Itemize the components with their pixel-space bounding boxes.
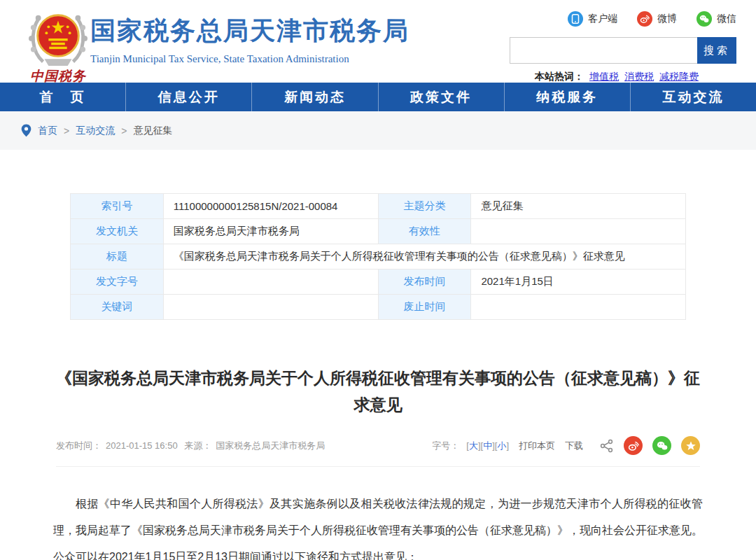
search-input[interactable]	[510, 37, 697, 64]
meta-value-keywords	[163, 295, 378, 320]
breadcrumb-interaction[interactable]: 互动交流	[76, 125, 115, 137]
site-title: 国家税务总局天津市税务局	[90, 14, 410, 48]
meta-label-title: 标题	[71, 244, 164, 270]
meta-value-validity	[471, 219, 686, 244]
nav-item-home[interactable]: 首 页	[0, 83, 125, 111]
nav-item-interaction[interactable]: 互动交流	[630, 83, 756, 111]
main-nav: 首 页 信息公开 新闻动态 政策文件 纳税服务 互动交流	[0, 83, 756, 111]
font-size-small-label: 小	[497, 440, 506, 451]
mobile-client-icon	[568, 11, 583, 27]
meta-value-issuer: 国家税务总局天津市税务局	[163, 219, 378, 244]
hot-words: 本站热词：增值税消费税减税降费	[510, 71, 736, 83]
table-row: 关键词 废止时间	[71, 295, 686, 320]
article-body: 根据《中华人民共和国个人所得税法》及其实施条例以及相关税收法律法规的规定，为进一…	[53, 491, 703, 560]
wechat-share-icon[interactable]	[652, 436, 671, 455]
article-meta-row: 发布时间：2021-01-15 16:50 来源：国家税务总局天津市税务局 字号…	[56, 436, 700, 467]
meta-label-topic: 主题分类	[378, 194, 471, 219]
nav-item-policy-documents[interactable]: 政策文件	[378, 83, 504, 111]
source-value: 国家税务总局天津市税务局	[216, 440, 325, 451]
meta-label-doc-number: 发文字号	[71, 270, 164, 295]
meta-label-validity: 有效性	[378, 219, 471, 244]
meta-label-repeal-date: 废止时间	[378, 295, 471, 320]
source-label: 来源：	[184, 440, 211, 451]
document-meta-table: 索引号 11100000000125815N/2021-00084 主题分类 意…	[70, 193, 686, 320]
font-size-large-button[interactable]: [大]	[466, 440, 480, 452]
publish-info: 发布时间：2021-01-15 16:50 来源：国家税务总局天津市税务局	[56, 440, 329, 452]
meta-value-repeal-date	[471, 295, 686, 320]
meta-value-topic: 意见征集	[471, 194, 686, 219]
location-pin-icon	[21, 124, 31, 137]
font-size-medium-button[interactable]: [中]	[481, 440, 495, 452]
breadcrumb-home[interactable]: 首页	[38, 125, 57, 137]
nav-item-tax-services[interactable]: 纳税服务	[504, 83, 630, 111]
wechat-icon	[696, 11, 712, 27]
main-content: 索引号 11100000000125815N/2021-00084 主题分类 意…	[0, 150, 756, 560]
hot-word-link[interactable]: 增值税	[589, 71, 619, 82]
site-logo[interactable]: 中国税务 国家税务总局天津市税务局 Tianjin Municipal Tax …	[23, 7, 410, 85]
meta-value-index: 11100000000125815N/2021-00084	[163, 194, 378, 219]
meta-value-doc-number	[163, 270, 378, 295]
font-size-medium-label: 中	[483, 440, 492, 451]
client-app-link[interactable]: 客户端	[568, 11, 617, 27]
meta-value-title: 《国家税务总局天津市税务局关于个人所得税征收管理有关事项的公告（征求意见稿）》征…	[163, 244, 685, 270]
weibo-share-icon[interactable]	[624, 436, 643, 455]
search-button[interactable]: 搜索	[697, 37, 736, 64]
table-row: 标题 《国家税务总局天津市税务局关于个人所得税征收管理有关事项的公告（征求意见稿…	[71, 244, 686, 270]
publish-time: 2021-01-15 16:50	[106, 440, 178, 451]
meta-label-issuer: 发文机关	[71, 219, 164, 244]
hot-word-link[interactable]: 减税降费	[659, 71, 699, 82]
wechat-link[interactable]: 微信	[696, 11, 736, 27]
download-button[interactable]: 下载	[565, 440, 583, 452]
breadcrumb: 首页 > 互动交流 > 意见征集	[0, 111, 756, 150]
nav-item-news[interactable]: 新闻动态	[251, 83, 377, 111]
weibo-label: 微博	[657, 13, 677, 25]
breadcrumb-separator: >	[64, 125, 69, 136]
article-title: 《国家税务总局天津市税务局关于个人所得税征收管理有关事项的公告（征求意见稿）》征…	[52, 365, 704, 418]
weibo-icon	[637, 11, 652, 27]
weibo-link[interactable]: 微博	[637, 11, 677, 27]
hot-words-label: 本站热词：	[535, 71, 584, 82]
meta-label-publish-date: 发布时间	[378, 270, 471, 295]
qzone-share-icon[interactable]	[681, 436, 700, 455]
font-size-large-label: 大	[469, 440, 478, 451]
logo-caption: 中国税务	[23, 67, 93, 85]
font-size-small-button[interactable]: [小]	[495, 440, 509, 452]
quick-links: 客户端 微博 微信	[510, 11, 736, 27]
breadcrumb-current: 意见征集	[133, 125, 172, 137]
table-row: 发文机关 国家税务总局天津市税务局 有效性	[71, 219, 686, 244]
print-page-button[interactable]: 打印本页	[519, 440, 555, 452]
breadcrumb-separator: >	[121, 125, 127, 136]
nav-item-info-disclosure[interactable]: 信息公开	[125, 83, 251, 111]
site-header: 中国税务 国家税务总局天津市税务局 Tianjin Municipal Tax …	[0, 0, 756, 83]
meta-label-keywords: 关键词	[71, 295, 164, 320]
table-row: 发文字号 发布时间 2021年1月15日	[71, 270, 686, 295]
meta-label-index: 索引号	[71, 194, 164, 219]
wechat-label: 微信	[717, 13, 736, 25]
table-row: 索引号 11100000000125815N/2021-00084 主题分类 意…	[71, 194, 686, 219]
meta-value-publish-date: 2021年1月15日	[471, 270, 686, 295]
hot-word-link[interactable]: 消费税	[624, 71, 654, 82]
share-icon[interactable]	[600, 439, 614, 453]
bracket: ]	[506, 440, 509, 451]
publish-time-label: 发布时间：	[56, 440, 102, 451]
site-subtitle: Tianjin Municipal Tax Service, State Tax…	[90, 53, 410, 65]
client-app-label: 客户端	[588, 13, 617, 25]
font-size-label: 字号：	[432, 440, 459, 452]
